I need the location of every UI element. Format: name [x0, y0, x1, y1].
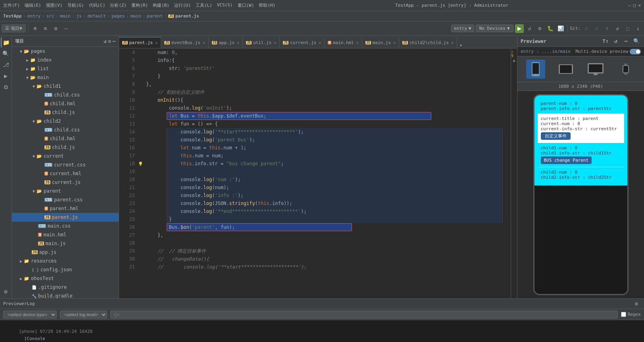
search-previewer-icon[interactable]: 🔍: [632, 37, 641, 46]
phone-device-icon[interactable]: [526, 60, 545, 79]
build-icon[interactable]: ⚙: [536, 24, 544, 33]
entry-dropdown[interactable]: entry ▼: [451, 25, 474, 32]
tablet-device-icon[interactable]: [556, 60, 575, 79]
activity-git-icon[interactable]: ⎇: [1, 60, 11, 70]
breadcrumb-entry[interactable]: entry: [27, 14, 40, 19]
tree-item-ohostest[interactable]: ▶ 📁 ohosTest: [12, 274, 119, 283]
close-tab-current-icon[interactable]: ✕: [319, 41, 321, 45]
minimize-tree-icon[interactable]: —: [113, 39, 115, 44]
close-tab-eventbus-icon[interactable]: ✕: [203, 41, 205, 45]
activity-project-icon[interactable]: 📁: [1, 37, 11, 48]
profile-icon[interactable]: 📊: [556, 24, 565, 33]
multi-device-toggle[interactable]: [630, 49, 641, 54]
scrollbar-gutter[interactable]: ⚠ 9 ▲: [511, 48, 517, 298]
run-button[interactable]: ▶: [515, 24, 524, 33]
settings-tree-icon[interactable]: ⚙: [108, 39, 111, 44]
tree-item-child2-css[interactable]: CSS child.css: [12, 126, 119, 134]
git-undo-icon[interactable]: ↺: [613, 24, 622, 33]
collapse-icon[interactable]: ≡: [41, 24, 50, 33]
menu-vcs[interactable]: VCS(S): [217, 2, 233, 8]
menu-view[interactable]: 视图(V): [46, 2, 63, 8]
close-tab-util-icon[interactable]: ✕: [274, 41, 276, 45]
tree-item-child2-js[interactable]: JS child.js: [12, 143, 119, 152]
close-tab-main-js-icon[interactable]: ✕: [393, 41, 396, 45]
tree-item-index[interactable]: ▶ 📁 index: [12, 56, 119, 64]
activity-search-icon[interactable]: 🔍: [1, 48, 11, 59]
window-controls[interactable]: — □ ✕: [628, 3, 641, 8]
tab-main-hml[interactable]: H main.hml ✕: [325, 37, 362, 48]
tree-item-current-js[interactable]: JS current.js: [12, 178, 119, 187]
close-tab-app-icon[interactable]: ✕: [237, 41, 239, 45]
log-settings-icon[interactable]: ⚙: [632, 299, 641, 308]
rotate-icon[interactable]: ↺: [611, 37, 620, 46]
menu-refactor[interactable]: 重构(R): [131, 2, 148, 8]
close-tab-child2-icon[interactable]: ✕: [451, 41, 454, 45]
debug-icon[interactable]: 🐛: [546, 24, 555, 33]
tree-item-main-css[interactable]: CSS main.css: [12, 222, 119, 230]
tree-item-pages[interactable]: ▼ 📂 pages: [12, 47, 119, 56]
breadcrumb-file[interactable]: parent.js: [175, 14, 199, 19]
tab-current-js[interactable]: JS current.js ✕: [280, 37, 325, 48]
close-btn[interactable]: ✕: [638, 3, 641, 8]
menu-run[interactable]: 运行(U): [174, 2, 191, 8]
tree-item-main[interactable]: ▼ 📂 main: [12, 73, 119, 82]
tree-item-child2-hml[interactable]: H child.hml: [12, 134, 119, 143]
menu-build[interactable]: 构建(B): [153, 2, 169, 8]
menu-edit[interactable]: 编辑(E): [25, 2, 41, 8]
breadcrumb-main[interactable]: main: [60, 14, 71, 19]
sync-icon[interactable]: ↺: [525, 24, 534, 33]
tree-item-main-hml[interactable]: H main.hml: [12, 230, 119, 239]
tree-item-child1-hml[interactable]: H child.hml: [12, 99, 119, 108]
tree-item-parent-js[interactable]: JS parent.js: [12, 213, 119, 222]
tree-item-gitignore[interactable]: 📄 .gitignore: [12, 283, 119, 292]
minimize-btn[interactable]: —: [628, 3, 631, 8]
breadcrumb-project[interactable]: TestApp: [3, 14, 21, 19]
tree-item-list[interactable]: ▶ 📁 list: [12, 64, 119, 73]
tab-child2-js[interactable]: JS child2\child.js ✕: [399, 37, 457, 48]
tree-item-main-js[interactable]: JS main.js: [12, 239, 119, 248]
breadcrumb-src[interactable]: src: [46, 14, 54, 19]
git-diff-icon[interactable]: ⬚: [623, 24, 632, 33]
regex-checkbox[interactable]: [621, 312, 626, 317]
custom-event-btn-label[interactable]: 自定义事件: [541, 132, 571, 140]
menu-window[interactable]: 窗口(W): [238, 2, 254, 8]
no-devices-button[interactable]: No Devices ▼: [476, 25, 513, 32]
tab-parent-js[interactable]: JS parent.js ✕: [119, 37, 161, 48]
breadcrumb-main2[interactable]: main: [131, 14, 141, 19]
sync-tree-icon[interactable]: ↺: [104, 39, 106, 44]
wearable-device-icon[interactable]: [616, 60, 635, 79]
tree-item-resources[interactable]: ▶ 📁 resources: [12, 257, 119, 265]
settings-icon[interactable]: ⚙: [52, 24, 60, 33]
menu-nav[interactable]: 导航(G): [67, 2, 84, 8]
device-type-select[interactable]: <select device type>: [3, 311, 57, 319]
tree-item-child1-css[interactable]: CSS child.css: [12, 91, 119, 99]
git-check-icon[interactable]: ✓: [582, 24, 591, 33]
tabs-overflow[interactable]: ▾: [457, 43, 465, 48]
expand-icon[interactable]: ⊕: [31, 24, 40, 33]
git-check2-icon[interactable]: ✓: [592, 24, 601, 33]
activity-extensions-icon[interactable]: ⧉: [1, 82, 11, 92]
close-tab-main-hml-icon[interactable]: ✕: [356, 41, 359, 45]
log-search-input[interactable]: [110, 311, 618, 319]
tab-eventbus-js[interactable]: JS eventBus.js ✕: [161, 37, 209, 48]
menu-analyze[interactable]: 分析(Z): [110, 2, 127, 8]
activity-run-icon[interactable]: ▶: [1, 71, 11, 81]
tree-item-current-css[interactable]: CSS current.css: [12, 160, 119, 169]
more-icon[interactable]: ⋯: [622, 37, 631, 46]
menu-code[interactable]: 代码(C): [89, 2, 106, 8]
file-tree-header[interactable]: 项目 ↺ ⚙ —: [12, 36, 119, 47]
tree-item-app-js[interactable]: JS app.js: [12, 248, 119, 257]
minimize-panel-icon[interactable]: —: [62, 24, 71, 33]
font-size-icon[interactable]: T↑: [601, 37, 610, 46]
tree-item-parent-hml[interactable]: H parent.hml: [12, 204, 119, 213]
tree-item-config-json[interactable]: { } config.json: [12, 265, 119, 274]
tree-item-child1[interactable]: ▼ 📂 child1: [12, 82, 119, 91]
tree-item-child1-js[interactable]: JS child.js: [12, 108, 119, 117]
code-content[interactable]: num: 0, info:{ str: 'parentStr' } }, // …: [143, 48, 511, 298]
maximize-btn[interactable]: □: [633, 3, 636, 8]
bus-change-btn[interactable]: BUS change Parent: [541, 157, 621, 163]
tree-item-parent-css[interactable]: CSS parent.css: [12, 195, 119, 204]
tree-item-build-gradle[interactable]: 🔧 build.gradle: [12, 292, 119, 298]
git-push-icon[interactable]: ↑: [603, 24, 611, 33]
tv-device-icon[interactable]: [586, 60, 605, 79]
